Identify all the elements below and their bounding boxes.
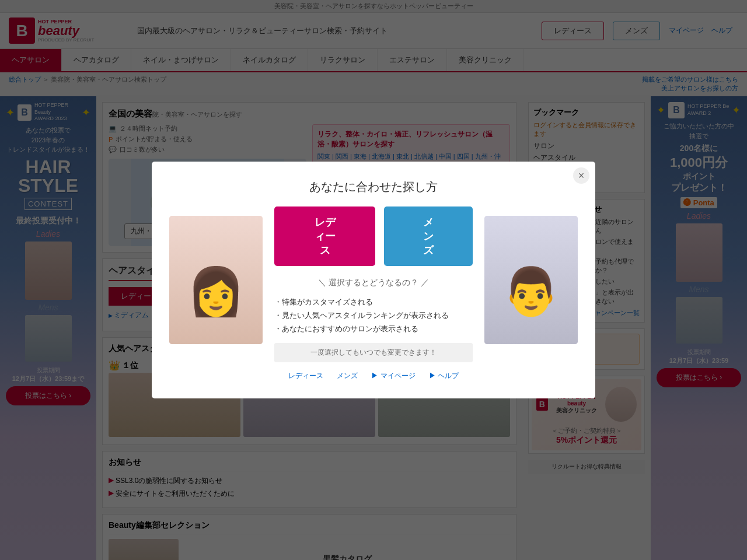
modal-benefit-1: 特集がカスタマイズされる bbox=[274, 297, 473, 307]
modal-gender-buttons: レディース メンズ bbox=[274, 206, 473, 266]
modal-footer-mens[interactable]: メンズ bbox=[337, 372, 358, 380]
modal-overlay[interactable]: × 👩 あなたに合わせた探し方 レディース メンズ ＼ 選択するとどうなるの？ … bbox=[0, 0, 747, 560]
female-silhouette-icon: 👩 bbox=[187, 264, 245, 319]
modal-dialog: × 👩 あなたに合わせた探し方 レディース メンズ ＼ 選択するとどうなるの？ … bbox=[152, 162, 595, 398]
modal-layout: 👩 あなたに合わせた探し方 レディース メンズ ＼ 選択するとどうなるの？ ／ … bbox=[169, 179, 578, 381]
modal-benefits: 特集がカスタマイズされる 見たい人気ヘアスタイルランキングが表示される あなたに… bbox=[274, 297, 473, 334]
modal-footer-mypage[interactable]: ▶ マイページ bbox=[371, 372, 415, 380]
modal-benefit-3: あなたにおすすめのサロンが表示される bbox=[274, 324, 473, 334]
modal-footer-ladies[interactable]: レディース bbox=[288, 372, 323, 380]
modal-female-photo: 👩 bbox=[169, 216, 263, 344]
modal-subtitle: ＼ 選択するとどうなるの？ ／ bbox=[274, 278, 473, 288]
modal-title: あなたに合わせた探し方 bbox=[274, 179, 473, 195]
modal-footer-help[interactable]: ▶ ヘルプ bbox=[429, 372, 459, 380]
modal-once-text: 一度選択してもいつでも変更できます！ bbox=[274, 343, 473, 362]
modal-mens-button[interactable]: メンズ bbox=[384, 206, 473, 266]
modal-close-button[interactable]: × bbox=[573, 167, 589, 184]
modal-benefit-2: 見たい人気ヘアスタイルランキングが表示される bbox=[274, 310, 473, 321]
modal-center-content: あなたに合わせた探し方 レディース メンズ ＼ 選択するとどうなるの？ ／ 特集… bbox=[263, 179, 484, 381]
male-silhouette-icon: 👨 bbox=[502, 264, 560, 319]
modal-ladies-button[interactable]: レディース bbox=[274, 206, 375, 266]
modal-male-photo: 👨 bbox=[484, 216, 578, 344]
modal-footer-links: レディース メンズ ▶ マイページ ▶ ヘルプ bbox=[274, 371, 473, 381]
